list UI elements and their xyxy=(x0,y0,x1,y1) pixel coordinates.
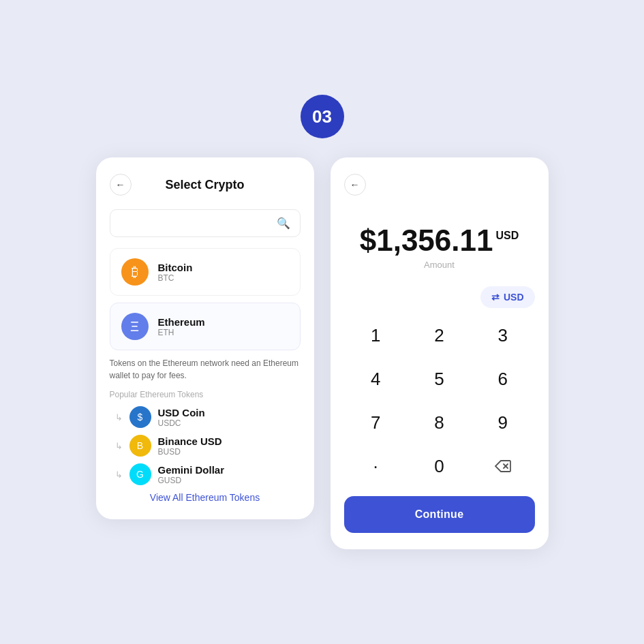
backspace-icon xyxy=(495,460,511,472)
key-2[interactable]: 2 xyxy=(408,313,471,357)
bitcoin-info: Bitcoin BTC xyxy=(158,262,193,283)
busd-name: Binance USD xyxy=(158,435,222,447)
bitcoin-name: Bitcoin xyxy=(158,262,193,273)
busd-ticker: BUSD xyxy=(158,447,222,457)
gusd-logo: G xyxy=(129,463,151,485)
key-0[interactable]: 0 xyxy=(408,444,471,488)
ethereum-note: Tokens on the Ethereum network need an E… xyxy=(110,357,301,382)
search-box: 🔍 xyxy=(110,209,301,237)
amount-value: $1,356.11 xyxy=(360,226,493,256)
amount-section: $1,356.11 USD Amount xyxy=(344,209,535,275)
amount-currency-label: USD xyxy=(495,230,519,242)
key-4[interactable]: 4 xyxy=(344,357,408,401)
key-5[interactable]: 5 xyxy=(408,357,471,401)
ethereum-item[interactable]: Ξ Ethereum ETH xyxy=(110,303,301,350)
left-panel-title: Select Crypto xyxy=(165,178,244,192)
step-badge: 03 xyxy=(301,95,344,138)
busd-info: Binance USD BUSD xyxy=(158,435,222,457)
bitcoin-logo: ₿ xyxy=(121,258,149,286)
left-back-button[interactable]: ← xyxy=(110,174,132,196)
key-6[interactable]: 6 xyxy=(471,357,534,401)
currency-toggle-row: ⇄ USD xyxy=(344,286,535,308)
key-1[interactable]: 1 xyxy=(344,313,408,357)
bitcoin-ticker: BTC xyxy=(158,273,193,283)
key-8[interactable]: 8 xyxy=(408,401,471,444)
usdc-item[interactable]: ↳ $ USD Coin USDC xyxy=(110,406,301,428)
usdc-logo: $ xyxy=(129,406,151,428)
ethereum-name: Ethereum xyxy=(158,316,205,328)
busd-logo: B xyxy=(129,435,151,457)
amount-label: Amount xyxy=(344,260,535,270)
currency-toggle-label: USD xyxy=(504,292,524,303)
left-panel-header: ← Select Crypto xyxy=(110,174,301,196)
usdc-sub-arrow-icon: ↳ xyxy=(115,412,123,423)
amount-display: $1,356.11 USD xyxy=(344,226,535,256)
panels-row: ← Select Crypto 🔍 ₿ Bitcoin BTC Ξ Ethere… xyxy=(96,157,549,549)
continue-button[interactable]: Continue xyxy=(344,496,535,533)
swap-icon: ⇄ xyxy=(491,292,500,303)
gusd-item[interactable]: ↳ G Gemini Dollar GUSD xyxy=(110,463,301,485)
key-9[interactable]: 9 xyxy=(471,401,534,444)
right-back-arrow-icon: ← xyxy=(350,179,360,190)
key-dot[interactable]: · xyxy=(344,444,408,488)
keypad: 1 2 3 4 5 6 7 8 9 · 0 xyxy=(344,313,535,488)
usdc-info: USD Coin USDC xyxy=(158,407,205,428)
ethereum-logo: Ξ xyxy=(121,313,149,340)
busd-sub-arrow-icon: ↳ xyxy=(115,441,123,451)
key-backspace[interactable] xyxy=(471,444,534,488)
popular-label: Popular Ethereum Tokens xyxy=(110,390,301,399)
bitcoin-item[interactable]: ₿ Bitcoin BTC xyxy=(110,248,301,296)
right-panel: ← $1,356.11 USD Amount ⇄ USD 1 2 3 4 5 6… xyxy=(331,157,549,549)
ethereum-info: Ethereum ETH xyxy=(158,316,205,337)
usdc-name: USD Coin xyxy=(158,407,205,418)
key-3[interactable]: 3 xyxy=(471,313,534,357)
usdc-ticker: USDC xyxy=(158,418,205,428)
key-7[interactable]: 7 xyxy=(344,401,408,444)
right-panel-header: ← xyxy=(344,174,535,196)
search-icon: 🔍 xyxy=(277,217,290,230)
view-all-link[interactable]: View All Ethereum Tokens xyxy=(110,492,301,503)
left-panel: ← Select Crypto 🔍 ₿ Bitcoin BTC Ξ Ethere… xyxy=(96,157,314,519)
gusd-name: Gemini Dollar xyxy=(158,464,225,476)
gusd-sub-arrow-icon: ↳ xyxy=(115,470,123,480)
gusd-ticker: GUSD xyxy=(158,476,225,485)
search-input[interactable] xyxy=(120,218,277,229)
step-number: 03 xyxy=(312,106,332,127)
currency-toggle-button[interactable]: ⇄ USD xyxy=(480,286,535,308)
gusd-info: Gemini Dollar GUSD xyxy=(158,464,225,485)
right-back-button[interactable]: ← xyxy=(344,174,366,196)
left-back-arrow-icon: ← xyxy=(116,179,125,190)
ethereum-ticker: ETH xyxy=(158,328,205,337)
busd-item[interactable]: ↳ B Binance USD BUSD xyxy=(110,435,301,457)
